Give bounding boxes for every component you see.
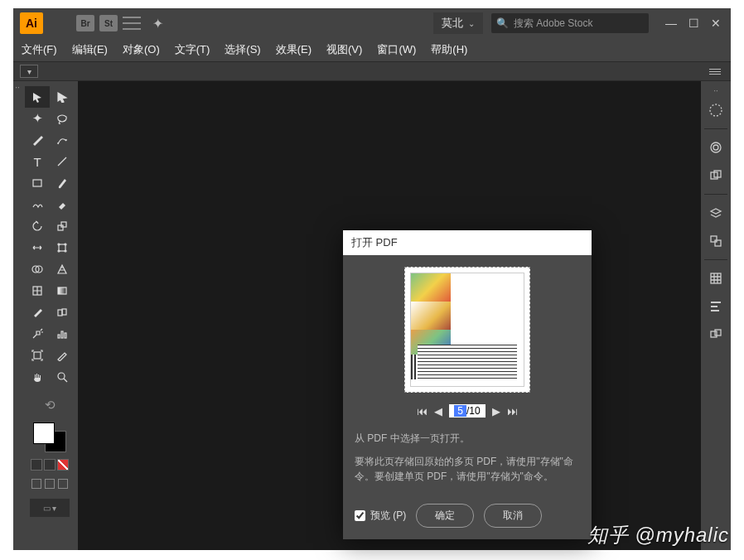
workspace-switcher[interactable]: 莫北 ⌄	[433, 12, 483, 34]
page-number-input[interactable]: 5 /10	[449, 404, 485, 418]
last-page-button[interactable]: ⏭	[507, 405, 519, 418]
preview-checkbox[interactable]: 预览 (P)	[355, 509, 406, 523]
line-tool[interactable]	[50, 151, 75, 172]
hand-tool[interactable]	[25, 366, 50, 388]
direct-selection-tool[interactable]	[50, 86, 75, 108]
eyedropper-tool[interactable]	[25, 302, 50, 323]
rectangle-tool[interactable]	[25, 172, 50, 194]
slice-tool[interactable]	[50, 345, 75, 366]
close-button[interactable]: ✕	[711, 17, 721, 30]
svg-rect-26	[711, 273, 721, 283]
ok-button[interactable]: 确定	[416, 504, 474, 528]
controlbar-menu-icon[interactable]	[706, 65, 724, 78]
type-tool[interactable]: T	[25, 151, 50, 172]
cancel-button[interactable]: 取消	[484, 504, 542, 528]
chevron-down-icon: ⌄	[468, 19, 475, 28]
curvature-tool[interactable]	[50, 129, 75, 151]
canvas-area[interactable]: 打开 PDF ⏮ ◀ 5	[78, 81, 701, 550]
pathfinder-panel-icon[interactable]	[703, 321, 728, 348]
svg-rect-13	[62, 309, 66, 315]
shaper-tool[interactable]	[25, 194, 50, 215]
prev-page-button[interactable]: ◀	[432, 405, 444, 418]
selection-tool[interactable]	[25, 86, 50, 108]
svg-point-21	[713, 145, 718, 150]
panel-grip-right[interactable]: ··	[712, 84, 720, 95]
width-tool[interactable]	[25, 237, 50, 258]
column-graph-tool[interactable]	[50, 323, 75, 345]
menubar: 文件(F) 编辑(E) 对象(O) 文字(T) 选择(S) 效果(E) 视图(V…	[13, 38, 731, 61]
bridge-icon[interactable]: Br	[76, 15, 94, 31]
svg-rect-1	[58, 225, 63, 230]
artboards-panel-icon[interactable]	[703, 162, 728, 189]
control-dropdown[interactable]: ▾	[20, 65, 38, 78]
toggle-fill-stroke[interactable]: ⟲	[37, 394, 62, 416]
asset-export-icon[interactable]	[703, 228, 728, 254]
svg-point-20	[711, 142, 721, 152]
current-page: 5	[454, 405, 466, 417]
screen-mode-button[interactable]: ▭ ▾	[30, 499, 70, 517]
svg-rect-14	[58, 335, 60, 338]
svg-rect-16	[65, 333, 66, 338]
svg-point-18	[58, 373, 65, 379]
menu-object[interactable]: 对象(O)	[123, 42, 160, 57]
svg-point-19	[710, 104, 722, 116]
magic-wand-tool[interactable]: ✦	[25, 108, 50, 129]
scale-tool[interactable]	[50, 215, 75, 237]
menu-window[interactable]: 窗口(W)	[377, 42, 416, 57]
titlebar: Ai Br St ✦ 莫北 ⌄ 🔍 搜索 Adobe Stock — ☐ ✕	[13, 8, 731, 38]
blend-tool[interactable]	[50, 302, 75, 323]
next-page-button[interactable]: ▶	[490, 405, 502, 418]
mesh-tool[interactable]	[25, 280, 50, 302]
draw-inside[interactable]	[58, 479, 68, 489]
search-input[interactable]: 🔍 搜索 Adobe Stock	[491, 13, 649, 33]
rocket-icon[interactable]: ✦	[152, 16, 163, 31]
gradient-mode[interactable]	[44, 459, 56, 471]
svg-rect-27	[711, 331, 717, 337]
fill-stroke-swatch[interactable]	[33, 422, 66, 452]
none-mode[interactable]	[57, 459, 69, 471]
color-mode[interactable]	[31, 459, 42, 471]
arrange-icon[interactable]	[123, 17, 141, 30]
draw-behind[interactable]	[45, 479, 55, 489]
menu-view[interactable]: 视图(V)	[326, 42, 362, 57]
svg-rect-15	[61, 331, 63, 338]
eraser-tool[interactable]	[50, 194, 75, 215]
menu-edit[interactable]: 编辑(E)	[72, 42, 108, 57]
grid-panel-icon[interactable]	[703, 265, 728, 292]
paintbrush-tool[interactable]	[50, 172, 75, 194]
panel-grip-left[interactable]: ··	[13, 81, 22, 550]
free-transform-tool[interactable]	[50, 237, 75, 258]
symbol-sprayer-tool[interactable]	[25, 323, 50, 345]
align-panel-icon[interactable]	[703, 293, 728, 320]
open-pdf-dialog: 打开 PDF ⏮ ◀ 5	[343, 230, 592, 539]
perspective-grid-tool[interactable]	[50, 258, 75, 280]
properties-panel-icon[interactable]	[703, 97, 728, 123]
stock-icon[interactable]: St	[99, 15, 118, 31]
user-name: 莫北	[442, 16, 463, 31]
lasso-tool[interactable]	[50, 108, 75, 129]
toolbox: ✦ T	[22, 81, 78, 550]
cc-libraries-icon[interactable]	[703, 134, 728, 161]
menu-type[interactable]: 文字(T)	[175, 42, 210, 57]
maximize-button[interactable]: ☐	[688, 17, 699, 30]
first-page-button[interactable]: ⏮	[416, 405, 428, 418]
artboard-tool[interactable]	[25, 345, 50, 366]
svg-rect-0	[33, 180, 41, 186]
svg-rect-2	[61, 222, 66, 227]
right-dock: ··	[701, 81, 731, 550]
gradient-tool[interactable]	[50, 280, 75, 302]
zoom-tool[interactable]	[50, 366, 75, 388]
rotate-tool[interactable]	[25, 215, 50, 237]
svg-rect-17	[34, 352, 41, 359]
menu-select[interactable]: 选择(S)	[225, 42, 260, 57]
menu-help[interactable]: 帮助(H)	[431, 42, 467, 57]
menu-effect[interactable]: 效果(E)	[276, 42, 312, 57]
preview-checkbox-input[interactable]	[355, 510, 365, 521]
layers-panel-icon[interactable]	[703, 200, 728, 226]
pen-tool[interactable]	[25, 129, 50, 151]
draw-normal[interactable]	[31, 479, 41, 489]
shape-builder-tool[interactable]	[25, 258, 50, 280]
fill-swatch[interactable]	[33, 422, 55, 444]
minimize-button[interactable]: —	[665, 17, 677, 30]
menu-file[interactable]: 文件(F)	[22, 42, 57, 57]
